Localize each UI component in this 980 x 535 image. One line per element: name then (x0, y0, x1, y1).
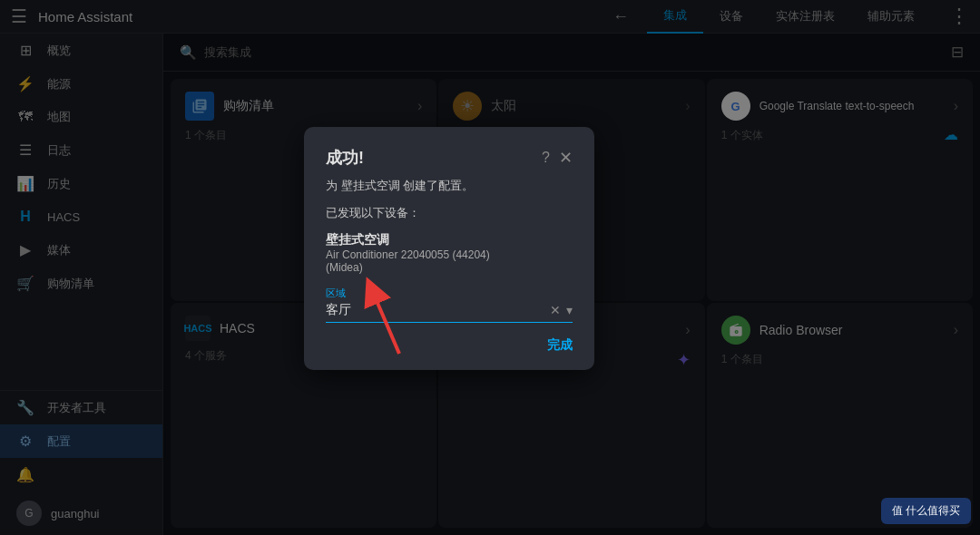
hacs-icon: H (16, 209, 34, 225)
card-radio-count: 1 个条目 (721, 350, 958, 367)
card-shopping-header: 购物清单 › (185, 92, 422, 121)
dialog-footer: 完成 (326, 337, 573, 354)
dialog-area-dropdown-icon[interactable]: ▾ (566, 303, 573, 317)
sidebar-label-energy: 能源 (47, 76, 71, 92)
dialog-area-select[interactable]: 客厅 ✕ ▾ (326, 302, 573, 323)
back-button[interactable]: ← (612, 7, 629, 26)
dialog-header: 成功! ? ✕ (326, 147, 573, 169)
tab-integrations[interactable]: 集成 (647, 0, 703, 34)
sidebar-label-shopping: 购物清单 (47, 276, 94, 292)
filter-icon[interactable]: ⊟ (951, 43, 964, 62)
shopping-card-icon (185, 92, 214, 121)
sidebar-label-hacs: HACS (47, 210, 80, 224)
overview-icon: ⊞ (16, 42, 34, 59)
sidebar-item-notification[interactable]: 🔔 (0, 458, 162, 491)
menu-icon[interactable]: ☰ (11, 5, 27, 27)
success-dialog: 成功! ? ✕ 为 壁挂式空调 创建了配置。 已发现以下设备： 壁挂式空调 Ai… (304, 127, 594, 370)
dialog-area-clear-icon[interactable]: ✕ (550, 303, 561, 317)
card-midea-arrow: › (685, 322, 690, 338)
app-title: Home Assistant (38, 9, 602, 24)
card-google-count: 1 个实体 (721, 126, 763, 143)
cloud-icon: ☁ (944, 126, 958, 143)
sidebar-label-devtools: 开发者工具 (47, 400, 106, 416)
energy-icon: ⚡ (16, 75, 34, 92)
topbar: ☰ Home Assistant ← 集成 设备 实体注册表 辅助元素 ⋮ (0, 0, 980, 34)
sidebar-label-map: 地图 (47, 109, 71, 125)
log-icon: ☰ (16, 141, 34, 159)
midea-sparkle-icon: ✦ (677, 350, 691, 370)
dialog-device-name: 壁挂式空调 (326, 232, 573, 248)
card-shopping-title: 购物清单 (223, 98, 274, 114)
sidebar-user[interactable]: G guanghui (0, 491, 162, 535)
sidebar-label-history: 历史 (47, 176, 71, 192)
sidebar-item-energy[interactable]: ⚡ 能源 (0, 67, 162, 101)
media-icon: ▶ (16, 241, 34, 258)
dialog-help-icon[interactable]: ? (542, 150, 550, 166)
notification-icon: 🔔 (16, 466, 34, 483)
dialog-found-label: 已发现以下设备： (326, 205, 573, 221)
card-sun-header: ☀ 太阳 › (453, 92, 690, 121)
dialog-title: 成功! (326, 147, 542, 169)
search-bar: 🔍 ⊟ (163, 34, 980, 72)
tab-helpers[interactable]: 辅助元素 (851, 0, 931, 34)
sidebar-label-media: 媒体 (47, 242, 71, 258)
sidebar-item-media[interactable]: ▶ 媒体 (0, 233, 162, 267)
sidebar-label-log: 日志 (47, 142, 71, 159)
search-icon: 🔍 (180, 44, 197, 61)
sidebar-bottom: 🔧 开发者工具 ⚙ 配置 🔔 G guanghui (0, 390, 162, 535)
avatar: G (16, 501, 42, 526)
map-icon: 🗺 (16, 109, 34, 125)
card-google[interactable]: G Google Translate text-to-speech › 1 个实… (707, 79, 973, 301)
dialog-device-id: Air Conditioner 22040055 (44204)(Midea) (326, 248, 573, 274)
card-google-header: G Google Translate text-to-speech › (721, 92, 958, 121)
dialog-submit-button[interactable]: 完成 (547, 337, 573, 354)
google-card-icon: G (721, 92, 750, 121)
tab-devices[interactable]: 设备 (703, 0, 760, 34)
dialog-desc: 为 壁挂式空调 创建了配置。 (326, 178, 573, 194)
shopping-icon: 🛒 (16, 275, 34, 292)
watermark: 值 什么值得买 (881, 498, 971, 524)
sidebar-label-overview: 概览 (47, 43, 71, 59)
sun-card-icon: ☀ (453, 92, 482, 121)
sidebar-item-log[interactable]: ☰ 日志 (0, 133, 162, 167)
dialog-close-button[interactable]: ✕ (559, 148, 573, 168)
sidebar-item-hacs[interactable]: H HACS (0, 200, 162, 233)
card-shopping-arrow: › (417, 98, 422, 114)
history-icon: 📊 (16, 175, 34, 192)
username: guanghui (51, 507, 100, 520)
top-nav: 集成 设备 实体注册表 辅助元素 (647, 0, 931, 34)
card-radio-arrow: › (954, 322, 958, 338)
tab-entity-registry[interactable]: 实体注册表 (760, 0, 851, 34)
sidebar-item-overview[interactable]: ⊞ 概览 (0, 34, 162, 67)
sidebar-item-devtools[interactable]: 🔧 开发者工具 (0, 391, 162, 424)
card-google-arrow: › (954, 98, 958, 114)
card-sun-arrow: › (685, 98, 690, 114)
card-sun-title: 太阳 (491, 98, 516, 114)
devtools-icon: 🔧 (16, 399, 34, 416)
hacs-card-icon: HACS (185, 316, 211, 341)
more-icon[interactable]: ⋮ (949, 5, 969, 28)
card-radio-header: Radio Browser › (721, 316, 958, 345)
card-radio[interactable]: Radio Browser › 1 个条目 (707, 303, 973, 528)
dialog-area-value: 客厅 (326, 302, 550, 318)
config-icon: ⚙ (16, 433, 34, 450)
card-hacs-title: HACS (220, 321, 255, 336)
sidebar: ⊞ 概览 ⚡ 能源 🗺 地图 ☰ 日志 📊 历史 H HACS ▶ 媒体 🛒 (0, 34, 163, 535)
sidebar-item-config[interactable]: ⚙ 配置 (0, 424, 162, 458)
sidebar-label-config: 配置 (47, 433, 71, 450)
sidebar-item-map[interactable]: 🗺 地图 (0, 101, 162, 133)
sidebar-item-shopping[interactable]: 🛒 购物清单 (0, 267, 162, 300)
card-radio-title: Radio Browser (760, 323, 843, 337)
sidebar-item-history[interactable]: 📊 历史 (0, 167, 162, 200)
card-google-title: Google Translate text-to-speech (760, 100, 915, 112)
dialog-area-label: 区域 (326, 287, 573, 300)
radio-card-icon (721, 316, 750, 345)
search-input[interactable] (204, 45, 944, 59)
